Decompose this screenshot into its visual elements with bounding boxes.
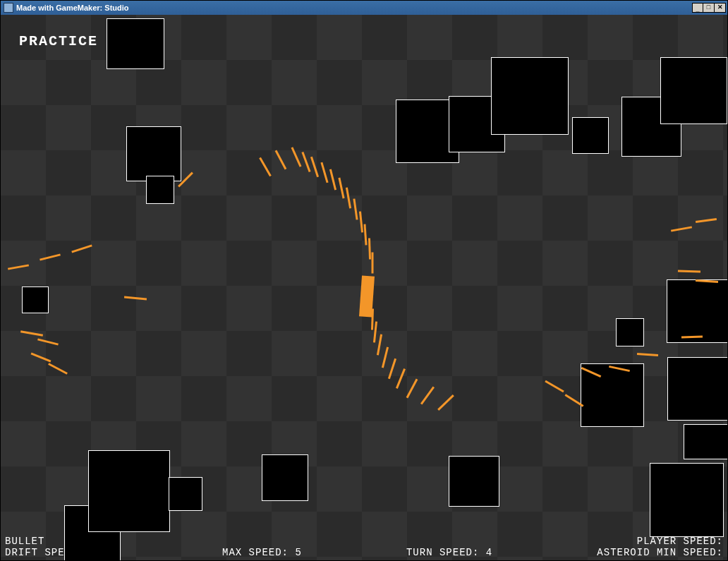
- titlebar[interactable]: Made with GameMaker: Studio _ □ ✕: [1, 1, 727, 15]
- bullet: [382, 347, 389, 368]
- bullet: [388, 358, 396, 379]
- bullet: [275, 150, 287, 170]
- bullet: [71, 244, 92, 253]
- window-title: Made with GameMaker: Studio: [16, 4, 692, 12]
- bullet: [301, 152, 310, 172]
- asteroid: [667, 279, 727, 343]
- bullet: [259, 157, 272, 176]
- bullet: [368, 238, 371, 259]
- game-viewport[interactable]: PRACTICE MODE BULLET 17 PLAYER SPEED: DR…: [1, 15, 727, 560]
- asteroid: [88, 450, 170, 532]
- bullet: [363, 224, 367, 245]
- bullet: [396, 368, 406, 389]
- asteroid: [22, 286, 49, 313]
- maximize-button[interactable]: □: [703, 3, 715, 13]
- bullet: [31, 352, 51, 362]
- bullet: [437, 394, 454, 411]
- player-speed-readout: PLAYER SPEED:: [637, 536, 723, 547]
- asteroid: [107, 18, 164, 69]
- bullet: [291, 147, 302, 167]
- bullet: [20, 330, 43, 337]
- bullet: [406, 379, 418, 399]
- app-icon: [4, 3, 13, 13]
- bullet: [40, 253, 61, 260]
- bullet: [338, 178, 344, 199]
- bullet: [320, 162, 328, 183]
- minimize-button[interactable]: _: [692, 3, 703, 13]
- astmin-readout: ASTEROID MIN SPEED:: [597, 547, 723, 558]
- bullet: [346, 187, 351, 208]
- bullet: [373, 321, 377, 342]
- bullet: [48, 363, 68, 375]
- asteroid: [262, 454, 308, 501]
- asteroid: [491, 57, 569, 135]
- turnspeed-readout: TURN SPEED: 4: [406, 547, 492, 558]
- bullet: [37, 338, 59, 345]
- bullet: [420, 386, 435, 404]
- bullet: [372, 253, 374, 274]
- asteroid: [684, 424, 727, 459]
- maxspeed-readout: MAX SPEED: 5: [222, 547, 302, 558]
- asteroid: [572, 117, 609, 154]
- window-controls: _ □ ✕: [692, 3, 727, 13]
- app-window: Made with GameMaker: Studio _ □ ✕ PRACTI…: [0, 0, 728, 561]
- bullet: [353, 198, 358, 219]
- bullet: [329, 169, 336, 191]
- asteroid: [126, 126, 181, 181]
- bullet: [310, 157, 319, 177]
- bullet: [671, 226, 692, 231]
- bullet: [696, 218, 717, 223]
- asteroid: [616, 318, 644, 346]
- bullet: [359, 211, 363, 232]
- close-button[interactable]: ✕: [715, 3, 726, 13]
- bullet: [371, 308, 374, 330]
- bullet: [678, 270, 700, 272]
- bullet: [8, 264, 29, 270]
- asteroid: [169, 477, 202, 511]
- bullet: [377, 334, 382, 355]
- bullet: [637, 353, 658, 356]
- asteroid: [660, 57, 727, 124]
- asteroid: [449, 456, 499, 507]
- asteroid: [146, 176, 174, 204]
- asteroid: [650, 463, 724, 537]
- bullet: [545, 380, 564, 393]
- bullet: [124, 296, 147, 301]
- asteroid: [667, 357, 727, 421]
